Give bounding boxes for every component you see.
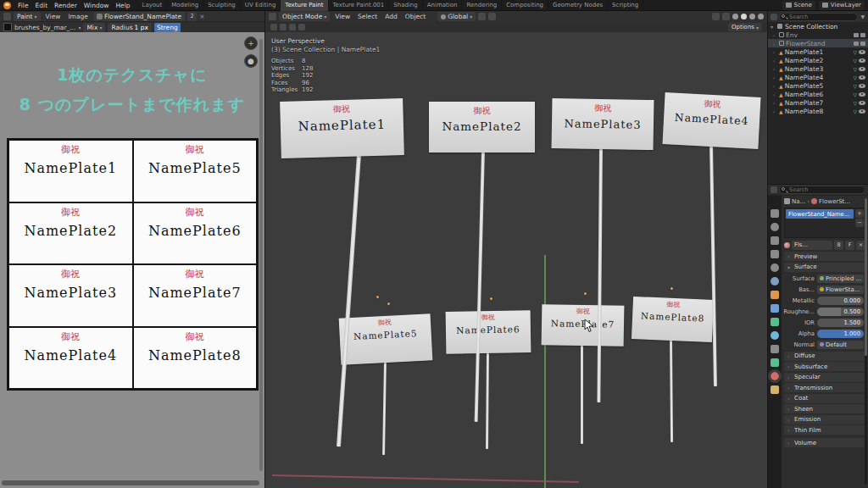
chevron-right-icon[interactable]: ›	[773, 41, 777, 47]
tab-render-icon[interactable]	[771, 223, 779, 231]
image-datablock[interactable]: FlowerStand_NamePlate	[93, 12, 185, 21]
plate-stick[interactable]	[670, 339, 673, 442]
properties-search[interactable]	[779, 186, 865, 194]
tab-object-icon[interactable]	[771, 291, 779, 299]
add-slot-button[interactable]: +	[855, 209, 864, 218]
diffuse-section[interactable]: ›Diffuse	[784, 352, 865, 361]
eye-icon[interactable]	[859, 50, 865, 54]
eye-icon[interactable]	[859, 58, 865, 63]
tab-geometry-nodes[interactable]: Geometry Nodes	[548, 0, 608, 11]
nameplate-object[interactable]: 御祝 NamePlate8	[632, 297, 714, 342]
nameplate-object[interactable]: 御祝 NamePlate7	[542, 304, 625, 347]
exclude-icon[interactable]	[854, 42, 859, 46]
eye-icon[interactable]	[859, 67, 865, 71]
nameplate-object[interactable]: 御祝 NamePlate5	[339, 313, 433, 365]
menu-help[interactable]: Help	[112, 2, 133, 9]
editor-type-icon[interactable]	[771, 14, 777, 20]
material-preview-icon[interactable]	[784, 242, 790, 248]
tab-modifiers-icon[interactable]	[771, 304, 779, 313]
outliner-item-nameplate8[interactable]: › ▲ NamePlate8 ▽	[768, 107, 868, 115]
eye-icon[interactable]	[859, 109, 865, 114]
unlink-icon[interactable]: ×	[199, 13, 204, 20]
grid-tool-icon[interactable]	[298, 24, 305, 30]
brush-thumbnail[interactable]	[3, 23, 12, 31]
menu-image[interactable]: Image	[65, 13, 91, 20]
chevron-right-icon[interactable]: ›	[773, 49, 777, 55]
options-dropdown[interactable]: Options ▾	[728, 23, 762, 31]
pan-icon[interactable]: ●	[244, 54, 258, 68]
outliner-item-nameplate5[interactable]: › ▲ NamePlate5 ▽	[768, 81, 868, 90]
viewport-3d[interactable]: Object Mode ▾ View Select Add Object Glo…	[264, 11, 767, 488]
editor-type-icon[interactable]	[269, 13, 276, 20]
outliner-item-nameplate4[interactable]: › ▲ NamePlate4 ▽	[768, 73, 868, 81]
view-layer-selector[interactable]: ViewLayer	[819, 1, 865, 10]
breadcrumb-material[interactable]: FlowerSt...	[819, 198, 850, 205]
surface-section[interactable]: ▾ Surface	[784, 263, 865, 272]
slot-list[interactable]: FlowerStand_Name...	[785, 208, 854, 237]
chevron-right-icon[interactable]: ›	[773, 75, 777, 80]
transmission-section[interactable]: ›Transmission	[784, 383, 865, 392]
shading-material-icon[interactable]	[749, 14, 755, 19]
tool-icon[interactable]	[270, 24, 277, 30]
scene-collection-row[interactable]: ▾ Scene Collection	[768, 22, 868, 30]
tab-tool-icon[interactable]	[771, 209, 779, 218]
fake-user-button[interactable]: F	[845, 241, 854, 250]
tab-particles-icon[interactable]	[771, 318, 779, 326]
mode-dropdown[interactable]: Object Mode ▾	[279, 12, 330, 21]
tab-view-layer-icon[interactable]	[771, 250, 779, 258]
tab-texture-paint[interactable]: Texture Paint	[281, 0, 328, 11]
tab-compositing[interactable]: Compositing	[502, 0, 548, 11]
chevron-right-icon[interactable]: ›	[773, 32, 777, 38]
menu-window[interactable]: Window	[81, 2, 113, 9]
users-badge[interactable]: 8	[834, 241, 843, 250]
orientation-dropdown[interactable]: Global ▾	[437, 12, 476, 21]
material-name-field[interactable]: Fls...	[792, 241, 832, 250]
render-icon[interactable]	[860, 33, 865, 37]
menu-view[interactable]: View	[332, 13, 353, 20]
outliner-item-nameplate3[interactable]: › ▲ NamePlate3 ▽	[768, 64, 868, 73]
tab-uv-editing[interactable]: UV Editing	[241, 0, 281, 11]
menu-render[interactable]: Render	[51, 2, 81, 9]
chevron-right-icon[interactable]: ›	[773, 100, 777, 106]
grid-tool-icon[interactable]	[280, 24, 287, 30]
grid-tool-icon[interactable]	[289, 24, 296, 30]
outliner-item-nameplate2[interactable]: › ▲ NamePlate2 ▽	[768, 56, 868, 64]
menu-file[interactable]: File	[14, 2, 32, 9]
filter-icon[interactable]: ▼	[860, 14, 865, 19]
alpha-slider[interactable]: 1.000	[817, 330, 864, 338]
remove-slot-button[interactable]: −	[855, 219, 864, 227]
chevron-down-icon[interactable]: ▾	[771, 24, 775, 30]
tab-object-data-icon[interactable]	[771, 358, 779, 367]
shader-dropdown[interactable]: Principled ...	[817, 274, 864, 283]
chevron-right-icon[interactable]: ›	[773, 58, 777, 64]
radius-slider[interactable]: Radius 1 px	[108, 23, 152, 32]
plate-stick[interactable]	[709, 145, 717, 386]
volume-section[interactable]: ›Volume	[784, 438, 865, 447]
chevron-right-icon[interactable]: ›	[773, 66, 777, 72]
outliner-item-env[interactable]: › Env	[768, 30, 868, 39]
plate-stick[interactable]	[597, 148, 603, 402]
outliner-item-nameplate6[interactable]: › ▲ NamePlate6 ▽	[768, 90, 868, 98]
horizontal-scrollbar[interactable]	[2, 480, 259, 485]
plate-stick[interactable]	[581, 344, 583, 444]
emission-section[interactable]: ›Emission	[784, 415, 865, 424]
vertical-scrollbar[interactable]	[259, 39, 263, 471]
plate-stick[interactable]	[382, 360, 387, 455]
menu-object[interactable]: Object	[403, 13, 428, 20]
eye-icon[interactable]	[859, 92, 865, 97]
visibility-toggles-icon[interactable]	[712, 13, 720, 20]
chevron-right-icon[interactable]: ›	[773, 108, 777, 114]
tab-sculpting[interactable]: Sculpting	[203, 0, 241, 11]
exclude-icon[interactable]	[854, 33, 859, 37]
plate-stick[interactable]	[475, 151, 485, 422]
menu-add[interactable]: Add	[382, 13, 400, 20]
plate-stick[interactable]	[486, 352, 489, 449]
tab-world-icon[interactable]	[771, 277, 779, 286]
tab-shading[interactable]: Shading	[389, 0, 422, 11]
search-input[interactable]	[779, 13, 858, 21]
blend-mode-dropdown[interactable]: Mix ▾	[83, 23, 105, 32]
overlays-icon[interactable]	[722, 13, 730, 20]
ior-slider[interactable]: 1.500	[817, 319, 864, 327]
nameplate-object[interactable]: 御祝 NamePlate6	[446, 310, 531, 354]
thin-film-section[interactable]: ›Thin Film	[784, 425, 865, 435]
